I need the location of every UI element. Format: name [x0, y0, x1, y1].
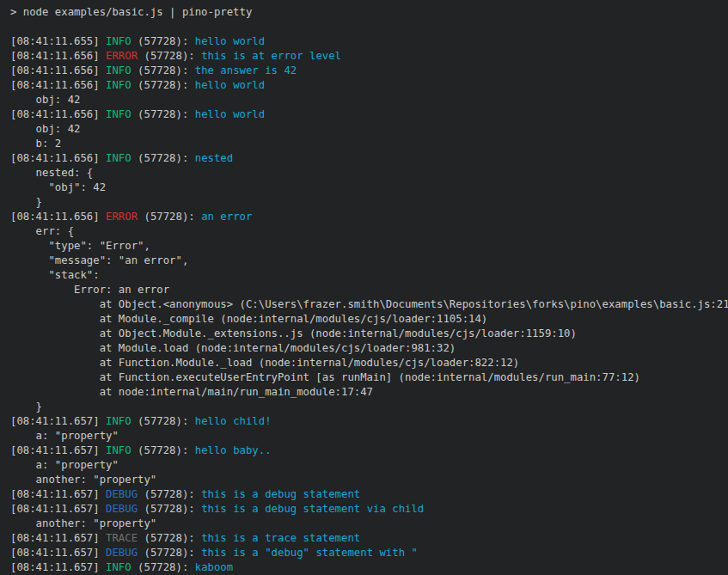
terminal-line: "message": "an error",: [10, 254, 728, 268]
log-level-error: ERROR: [106, 211, 138, 223]
log-level-info: INFO: [106, 415, 132, 427]
log-message: an error: [201, 211, 252, 223]
terminal-output[interactable]: > node examples/basic.js | pino-pretty[0…: [0, 0, 728, 575]
log-text: [08:41:11.657]: [10, 444, 106, 456]
terminal-line: Error: an error: [10, 283, 728, 297]
log-text: at Function.executeUserEntryPoint [as ru…: [10, 371, 640, 383]
log-text: at Object.<anonymous> (C:\Users\frazer.s…: [10, 298, 728, 310]
log-text: [08:41:11.656]: [10, 64, 106, 76]
terminal-line: }: [10, 195, 728, 210]
log-text: (57728):: [132, 64, 195, 76]
log-text: "obj": 42: [10, 181, 106, 193]
log-text: (57728):: [138, 547, 201, 559]
terminal-line: [08:41:11.656] INFO (57728): nested: [10, 151, 728, 166]
log-level-debug: DEBUG: [106, 488, 138, 500]
terminal-line: [08:41:11.657] INFO (57728): kaboom: [10, 560, 728, 575]
command-line: > node examples/basic.js | pino-pretty: [10, 5, 728, 20]
log-level-info: INFO: [106, 152, 132, 164]
log-level-info: INFO: [106, 35, 132, 47]
log-text: }: [10, 401, 42, 413]
log-text: [08:41:11.656]: [10, 50, 106, 62]
log-text: a: "property": [10, 459, 119, 471]
log-level-info: INFO: [106, 444, 132, 456]
terminal-line: [08:41:11.657] INFO (57728): hello child…: [10, 414, 728, 429]
terminal-line: [10, 20, 728, 34]
terminal-line: [08:41:11.657] DEBUG (57728): this is a …: [10, 502, 728, 517]
terminal-line: "obj": 42: [10, 180, 728, 195]
terminal-line: another: "property": [10, 517, 728, 531]
log-text: (57728):: [132, 35, 195, 47]
log-text: > node examples/basic.js | pino-pretty: [10, 6, 252, 18]
log-text: at Object.Module._extensions..js (node:i…: [10, 327, 577, 339]
log-message: kaboom: [195, 561, 233, 573]
terminal-line: obj: 42: [10, 93, 728, 107]
log-level-info: INFO: [106, 108, 132, 120]
terminal-line: a: "property": [10, 429, 728, 443]
log-text: [08:41:11.657]: [10, 532, 106, 544]
log-message: hello world: [195, 35, 265, 47]
terminal-line: at node:internal/main/run_main_module:17…: [10, 385, 728, 400]
log-level-info: INFO: [106, 561, 132, 573]
log-text: (57728):: [138, 532, 201, 544]
log-text: another: "property": [10, 474, 156, 486]
log-text: [08:41:11.657]: [10, 503, 106, 515]
log-level-debug: DEBUG: [106, 547, 138, 559]
log-text: (57728):: [132, 152, 195, 164]
log-text: b: 2: [10, 138, 61, 150]
terminal-line: [08:41:11.657] DEBUG (57728): this is a …: [10, 546, 728, 560]
terminal-line: [08:41:11.656] INFO (57728): hello world: [10, 78, 728, 93]
terminal-line: [08:41:11.656] ERROR (57728): this is at…: [10, 49, 728, 64]
log-text: [08:41:11.657]: [10, 561, 106, 573]
terminal-line: [08:41:11.657] DEBUG (57728): this is a …: [10, 487, 728, 502]
terminal-line: at Object.<anonymous> (C:\Users\frazer.s…: [10, 297, 728, 312]
terminal-line: [08:41:11.656] ERROR (57728): an error: [10, 210, 728, 224]
log-text: at Module.load (node:internal/modules/cj…: [10, 342, 456, 354]
log-message: this is a trace statement: [201, 532, 360, 544]
terminal-line: a: "property": [10, 458, 728, 473]
log-text: (57728):: [132, 561, 195, 573]
terminal-line: [08:41:11.656] INFO (57728): hello world: [10, 107, 728, 122]
terminal-line: at Module._compile (node:internal/module…: [10, 312, 728, 327]
log-text: "type": "Error",: [10, 240, 150, 252]
terminal-line: "stack":: [10, 268, 728, 283]
log-text: [08:41:11.656]: [10, 79, 106, 91]
log-text: Error: an error: [10, 284, 169, 296]
log-text: at node:internal/main/run_main_module:17…: [10, 386, 373, 398]
log-level-trace: TRACE: [106, 532, 138, 544]
log-text: (57728):: [132, 444, 195, 456]
log-text: (57728):: [138, 50, 201, 62]
terminal-line: err: {: [10, 224, 728, 239]
log-level-info: INFO: [106, 79, 132, 91]
log-message: hello world: [195, 79, 265, 91]
log-text: (57728):: [138, 503, 201, 515]
log-message: the answer is 42: [195, 64, 297, 76]
log-text: (57728):: [138, 211, 201, 223]
log-level-debug: DEBUG: [106, 503, 138, 515]
log-text: nested: {: [10, 167, 93, 179]
log-text: [08:41:11.657]: [10, 415, 106, 427]
terminal-line: obj: 42: [10, 122, 728, 137]
log-text: [08:41:11.657]: [10, 488, 106, 500]
terminal-line: [08:41:11.657] INFO (57728): hello baby.…: [10, 443, 728, 458]
log-level-info: INFO: [106, 64, 132, 76]
terminal-line: "type": "Error",: [10, 239, 728, 254]
terminal-line: nested: {: [10, 166, 728, 180]
log-text: [08:41:11.656]: [10, 211, 106, 223]
terminal-line: [08:41:11.655] INFO (57728): hello world: [10, 34, 728, 49]
log-text: [08:41:11.655]: [10, 35, 106, 47]
terminal-line: b: 2: [10, 137, 728, 151]
terminal-line: }: [10, 400, 728, 414]
terminal-line: [08:41:11.656] INFO (57728): the answer …: [10, 64, 728, 78]
log-text: another: "property": [10, 517, 156, 529]
log-text: (57728):: [132, 108, 195, 120]
log-message: hello world: [195, 108, 265, 120]
log-text: [08:41:11.656]: [10, 152, 106, 164]
terminal-line: another: "property": [10, 473, 728, 487]
log-text: "stack":: [10, 269, 100, 281]
log-level-error: ERROR: [106, 50, 138, 62]
log-text: a: "property": [10, 430, 119, 442]
terminal-line: [08:41:11.657] TRACE (57728): this is a …: [10, 531, 728, 546]
log-text: at Module._compile (node:internal/module…: [10, 313, 487, 325]
log-message: this is a debug statement via child: [201, 503, 424, 515]
log-text: [08:41:11.656]: [10, 108, 106, 120]
